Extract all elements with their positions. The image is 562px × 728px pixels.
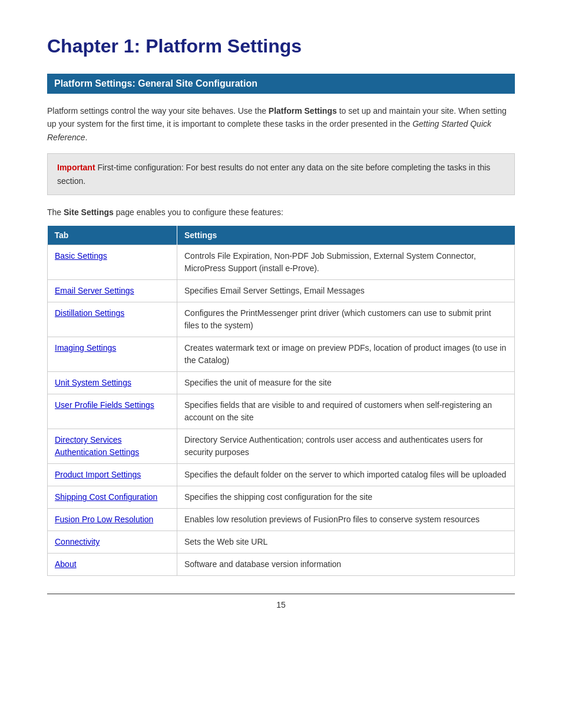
site-settings-suffix: page enables you to configure these feat… xyxy=(114,207,283,217)
site-settings-bold: Site Settings xyxy=(64,207,114,217)
table-row: Email Server SettingsSpecifies Email Ser… xyxy=(48,280,515,302)
table-row: Distillation SettingsConfigures the Prin… xyxy=(48,302,515,337)
table-cell-settings: Sets the Web site URL xyxy=(177,531,515,554)
table-cell-settings: Specifies the default folder on the serv… xyxy=(177,464,515,486)
table-header-tab: Tab xyxy=(48,226,177,245)
table-cell-tab[interactable]: Product Import Settings xyxy=(48,464,177,486)
table-header-settings: Settings xyxy=(177,226,515,245)
intro-text-start: Platform settings control the way your s… xyxy=(47,106,269,116)
site-settings-text: The Site Settings page enables you to co… xyxy=(47,206,515,219)
table-cell-settings: Specifies Email Server Settings, Email M… xyxy=(177,280,515,302)
tab-link-3[interactable]: Imaging Settings xyxy=(55,343,116,353)
table-cell-tab[interactable]: Fusion Pro Low Resolution xyxy=(48,509,177,531)
table-cell-settings: Software and database version informatio… xyxy=(177,554,515,576)
table-cell-settings: Directory Service Authentication; contro… xyxy=(177,429,515,464)
page-footer: 15 xyxy=(47,594,515,610)
tab-link-0[interactable]: Basic Settings xyxy=(55,251,107,261)
tab-link-7[interactable]: Product Import Settings xyxy=(55,470,141,479)
settings-table: Tab Settings Basic SettingsControls File… xyxy=(47,226,515,576)
table-cell-settings: Enables low resolution previews of Fusio… xyxy=(177,509,515,531)
table-cell-tab[interactable]: Imaging Settings xyxy=(48,337,177,372)
table-row: AboutSoftware and database version infor… xyxy=(48,554,515,576)
table-cell-tab[interactable]: Connectivity xyxy=(48,531,177,554)
table-cell-settings: Controls File Expiration, Non-PDF Job Su… xyxy=(177,245,515,280)
table-cell-tab[interactable]: Shipping Cost Configuration xyxy=(48,486,177,509)
intro-text-end: . xyxy=(85,133,88,142)
site-settings-prefix: The xyxy=(47,207,64,217)
tab-link-8[interactable]: Shipping Cost Configuration xyxy=(55,492,157,502)
chapter-title: Chapter 1: Platform Settings xyxy=(47,35,515,57)
tab-link-4[interactable]: Unit System Settings xyxy=(55,378,131,387)
table-cell-settings: Specifies the unit of measure for the si… xyxy=(177,372,515,394)
tab-link-9[interactable]: Fusion Pro Low Resolution xyxy=(55,515,153,524)
table-row: Basic SettingsControls File Expiration, … xyxy=(48,245,515,280)
intro-paragraph: Platform settings control the way your s… xyxy=(47,104,515,144)
table-cell-tab[interactable]: Email Server Settings xyxy=(48,280,177,302)
table-row: Directory Services Authentication Settin… xyxy=(48,429,515,464)
intro-bold: Platform Settings xyxy=(269,106,337,116)
table-cell-tab[interactable]: Directory Services Authentication Settin… xyxy=(48,429,177,464)
section-header: Platform Settings: General Site Configur… xyxy=(47,74,515,94)
important-text: First-time configuration: For best resul… xyxy=(57,163,490,185)
important-box: Important First-time configuration: For … xyxy=(47,153,515,195)
table-cell-settings: Creates watermark text or image on previ… xyxy=(177,337,515,372)
table-cell-settings: Configures the PrintMessenger print driv… xyxy=(177,302,515,337)
table-row: Imaging SettingsCreates watermark text o… xyxy=(48,337,515,372)
table-row: Product Import SettingsSpecifies the def… xyxy=(48,464,515,486)
table-cell-tab[interactable]: Basic Settings xyxy=(48,245,177,280)
table-cell-tab[interactable]: Distillation Settings xyxy=(48,302,177,337)
table-cell-tab[interactable]: Unit System Settings xyxy=(48,372,177,394)
table-cell-settings: Specifies the shipping cost configuratio… xyxy=(177,486,515,509)
table-row: Unit System SettingsSpecifies the unit o… xyxy=(48,372,515,394)
table-cell-tab[interactable]: User Profile Fields Settings xyxy=(48,394,177,429)
table-row: Shipping Cost ConfigurationSpecifies the… xyxy=(48,486,515,509)
table-row: ConnectivitySets the Web site URL xyxy=(48,531,515,554)
table-row: User Profile Fields SettingsSpecifies fi… xyxy=(48,394,515,429)
tab-link-6[interactable]: Directory Services Authentication Settin… xyxy=(55,435,139,457)
table-cell-settings: Specifies fields that are visible to and… xyxy=(177,394,515,429)
important-label: Important xyxy=(57,163,95,172)
page-number: 15 xyxy=(276,600,286,610)
table-row: Fusion Pro Low ResolutionEnables low res… xyxy=(48,509,515,531)
tab-link-2[interactable]: Distillation Settings xyxy=(55,308,124,318)
tab-link-5[interactable]: User Profile Fields Settings xyxy=(55,400,154,410)
tab-link-11[interactable]: About xyxy=(55,559,77,569)
tab-link-1[interactable]: Email Server Settings xyxy=(55,286,134,295)
tab-link-10[interactable]: Connectivity xyxy=(55,537,100,546)
table-cell-tab[interactable]: About xyxy=(48,554,177,576)
